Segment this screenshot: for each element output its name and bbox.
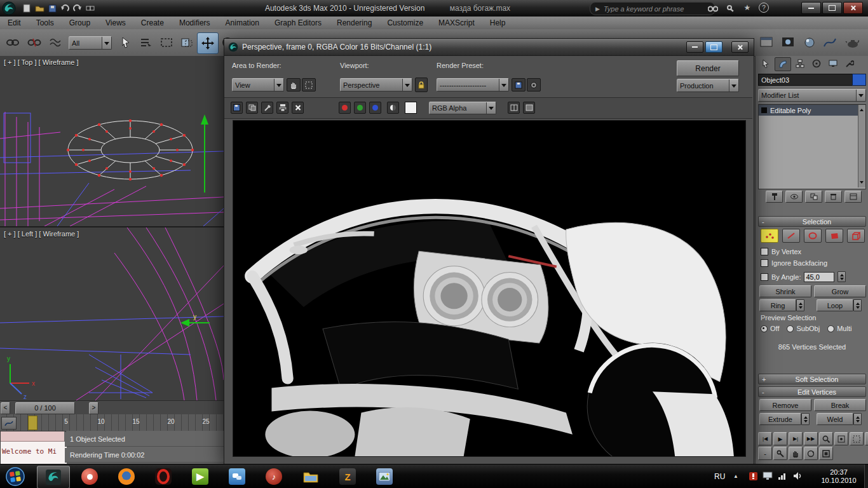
key-mode-icon[interactable] [773,447,787,460]
viewport-top[interactable]: [ + ] [ Top ] [ Wireframe ] [0,56,225,227]
maxscript-mini-listener[interactable]: Welcome to Mi [0,431,66,465]
render-button[interactable]: Render [677,60,739,76]
start-button[interactable] [5,466,25,487]
undo-icon[interactable] [58,3,71,14]
collapse-icon[interactable]: - [759,388,768,396]
show-desktop-button[interactable] [864,464,868,488]
pan-hand-icon[interactable] [789,447,803,460]
tray-network-icon[interactable] [778,471,787,480]
volume-icon[interactable] [793,471,803,480]
menu-tools[interactable]: Tools [29,17,62,29]
clone-window-icon[interactable] [246,102,258,114]
make-unique-icon[interactable] [805,191,822,203]
ring-button[interactable]: Ring [759,299,796,311]
macro-recorder-field[interactable] [1,431,64,442]
stack-scroll-down-icon[interactable] [860,181,864,186]
bind-to-space-warp-icon[interactable] [46,32,66,53]
render-production-teapot-icon[interactable] [843,32,863,53]
frame-marker[interactable] [28,416,37,430]
vertex-mode-icon[interactable] [761,229,778,243]
taskbar-firefox-button[interactable] [111,466,142,487]
close-button[interactable] [843,2,863,14]
render-preset-dropdown[interactable]: -------------------- [437,78,509,92]
search-arrow-icon[interactable]: ▶ [595,6,600,12]
render-maximize-button[interactable] [705,41,722,53]
menu-group[interactable]: Group [62,17,98,29]
go-to-end-button[interactable]: ▶▶ [804,432,818,445]
scene-link-icon[interactable] [84,3,97,14]
production-dropdown[interactable]: Production [677,79,739,92]
print-image-icon[interactable] [276,102,288,114]
menu-rendering[interactable]: Rendering [329,17,379,29]
arc-rotate-icon[interactable] [804,447,818,460]
weld-spinner[interactable] [853,413,862,425]
tray-update-icon[interactable] [749,471,758,481]
selection-region-icon[interactable] [156,32,177,53]
taskbar-zmodeler-button[interactable]: Z [332,466,363,487]
render-minimize-button[interactable] [686,41,703,53]
taskbar-aimp-button[interactable]: ♪ [258,466,290,487]
select-and-move-icon[interactable] [197,32,219,54]
unlink-selection-icon[interactable] [24,32,44,53]
loop-spinner[interactable] [853,299,862,311]
polygon-mode-icon[interactable] [825,229,843,243]
go-to-start-button[interactable]: |◀ [758,432,772,445]
stack-scroll-up-icon[interactable] [860,107,864,111]
track-bar[interactable]: 5 10 15 20 25 [0,414,224,431]
viewport-left-label[interactable]: [ + ] [ Left ] [ Wireframe ] [4,230,79,238]
auto-region-hand-icon[interactable] [287,78,301,92]
green-channel-icon[interactable] [354,102,366,114]
edge-mode-icon[interactable] [782,229,800,243]
curve-editor-icon[interactable] [820,32,840,53]
ring-spinner[interactable] [796,299,804,311]
communication-center-icon[interactable] [724,3,737,14]
mini-curve-editor-icon[interactable] [1,417,17,430]
time-config-icon[interactable]: - [758,447,772,460]
menu-graph-editors[interactable]: Graph Editors [267,17,329,29]
background-color-swatch[interactable] [405,102,417,114]
viewport-top-label[interactable]: [ + ] [ Top ] [ Wireframe ] [4,58,78,66]
tab-motion-icon[interactable] [809,57,824,70]
extrude-button[interactable]: Extrude [759,413,801,425]
taskbar-media-app-button[interactable] [74,466,105,487]
modifier-list-dropdown[interactable]: Modifier List [758,89,866,102]
menu-animation[interactable]: Animation [218,17,267,29]
menu-edit[interactable]: Edit [0,17,29,29]
remove-modifier-icon[interactable] [825,191,842,203]
search-input[interactable]: Type a keyword or phrase [604,5,684,13]
menu-help[interactable]: Help [482,17,513,29]
favorites-star-icon[interactable]: ★ [741,2,754,13]
taskbar-image-viewer-button[interactable] [369,466,400,487]
taskbar-clock[interactable]: 20:37 10.10.2010 [815,468,863,485]
zoom-extents-icon[interactable] [834,432,848,445]
app-logo-icon[interactable] [2,1,16,15]
area-to-render-dropdown[interactable]: View [232,78,284,92]
selection-rollout-header[interactable]: - Selection [758,216,866,227]
extrude-spinner[interactable] [801,413,810,425]
collapse-icon[interactable]: - [759,218,768,226]
tab-hierarchy-icon[interactable] [792,57,808,70]
ignore-backfacing-checkbox[interactable] [761,259,768,267]
maximize-button[interactable] [822,2,842,14]
zoom-region-icon[interactable] [850,432,864,445]
select-object-icon[interactable] [116,32,136,53]
shrink-button[interactable]: Shrink [759,285,811,297]
menu-create[interactable]: Create [133,17,172,29]
save-preset-icon[interactable] [512,78,526,92]
time-step-back-button[interactable]: < [1,402,10,414]
viewport-left[interactable]: y x y z [ + ] [ Left ] [ Wireframe ] [0,227,225,402]
next-frame-button[interactable]: ▶| [789,432,803,445]
stack-scrollbar[interactable] [858,105,865,187]
tab-create-icon[interactable] [758,57,773,70]
play-button[interactable]: ▶ [773,432,787,445]
selection-filter-arrow-icon[interactable] [102,37,111,49]
window-crossing-icon[interactable] [177,32,197,53]
taskbar-file-manager-button[interactable] [295,466,327,487]
tab-display-icon[interactable] [825,57,841,70]
element-mode-icon[interactable] [847,229,865,243]
show-end-result-icon[interactable] [785,191,803,203]
select-and-link-icon[interactable] [3,32,23,53]
weld-button[interactable]: Weld [817,413,853,425]
redo-icon[interactable] [71,3,84,14]
layer-compare-icon[interactable] [508,102,520,114]
